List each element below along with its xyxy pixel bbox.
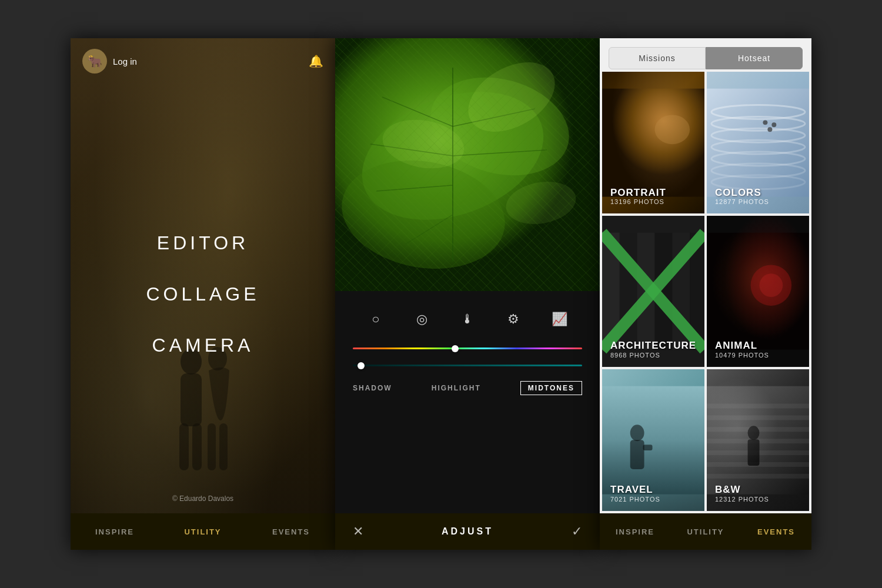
adjust-labels-row: SHADOW HIGHLIGHT MIDTONES <box>353 381 582 395</box>
menu-screen: 🐂 Log in 🔔 EDITOR COLLAGE CAMERA © Eduar… <box>71 38 335 550</box>
animal-label: ANIMAL 10479 PHOTOS <box>715 340 769 359</box>
travel-grid-item[interactable]: TRAVEL 7021 PHOTOS <box>602 369 704 511</box>
portrait-count: 13196 PHOTOS <box>610 198 666 205</box>
svg-rect-43 <box>707 233 809 350</box>
login-text[interactable]: Log in <box>113 56 137 66</box>
circle-tool-icon[interactable]: ○ <box>365 309 386 330</box>
architecture-title: ARCHITECTURE <box>610 340 696 352</box>
architecture-grid-item[interactable]: ARCHITECTURE 8968 PHOTOS <box>602 216 704 366</box>
hotseat-nav-events[interactable]: EVENTS <box>741 527 811 536</box>
editor-screen: ○ ◎ 🌡 ⚙ 📈 SHADOW <box>335 38 600 550</box>
highlight-label[interactable]: HIGHLIGHT <box>432 384 481 392</box>
svg-rect-57 <box>707 473 809 478</box>
svg-point-47 <box>630 425 644 441</box>
svg-line-13 <box>370 144 453 156</box>
confirm-button[interactable]: ✓ <box>572 524 582 539</box>
portrait-label: PORTRAIT 13196 PHOTOS <box>610 188 666 206</box>
svg-rect-5 <box>208 423 216 470</box>
svg-rect-50 <box>707 386 809 494</box>
rainbow-slider-track[interactable] <box>353 348 582 349</box>
svg-rect-46 <box>602 386 704 494</box>
svg-rect-54 <box>707 439 809 443</box>
svg-rect-49 <box>643 445 653 450</box>
camera-menu-item[interactable]: CAMERA <box>152 335 254 356</box>
svg-point-10 <box>335 148 514 281</box>
hotseat-bottom-nav: INSPIRE UTILITY EVENTS <box>600 513 811 550</box>
colors-title: COLORS <box>715 188 769 199</box>
svg-rect-2 <box>179 423 189 470</box>
svg-line-14 <box>376 185 453 191</box>
colors-label: COLORS 12877 PHOTOS <box>715 188 769 206</box>
portrait-title: PORTRAIT <box>610 188 666 199</box>
colors-grid-item[interactable]: COLORS 12877 PHOTOS <box>707 72 809 213</box>
svg-rect-52 <box>707 415 809 420</box>
tool-icons-row: ○ ◎ 🌡 ⚙ 📈 <box>353 309 582 330</box>
colors-count: 12877 PHOTOS <box>715 198 769 205</box>
copyright-text: © Eduardo Davalos <box>71 495 335 503</box>
svg-point-32 <box>771 122 776 127</box>
shadow-label[interactable]: SHADOW <box>353 384 392 392</box>
sliders-container <box>353 348 582 366</box>
leaf-image <box>335 38 600 291</box>
editor-menu-item[interactable]: EDITOR <box>157 232 249 254</box>
svg-line-12 <box>382 97 453 126</box>
hotseat-nav-utility[interactable]: UTILITY <box>670 527 741 536</box>
svg-line-15 <box>453 109 535 126</box>
curve-tool-icon[interactable]: 📈 <box>549 309 570 330</box>
menu-nav-inspire[interactable]: INSPIRE <box>71 527 159 536</box>
temperature-tool-icon[interactable]: 🌡 <box>457 309 478 330</box>
svg-point-44 <box>751 265 792 306</box>
logo-area: 🐂 Log in <box>82 49 137 74</box>
svg-rect-3 <box>192 423 202 470</box>
travel-label: TRAVEL 7021 PHOTOS <box>610 485 660 503</box>
travel-count: 7021 PHOTOS <box>610 496 660 503</box>
architecture-label: ARCHITECTURE 8968 PHOTOS <box>610 340 696 359</box>
menu-bottom-nav: INSPIRE UTILITY EVENTS <box>71 513 335 550</box>
menu-nav-events[interactable]: EVENTS <box>247 527 335 536</box>
teal-slider-track[interactable] <box>353 365 582 366</box>
svg-point-20 <box>503 176 579 229</box>
svg-point-19 <box>379 113 468 174</box>
hotseat-tab[interactable]: Hotseat <box>706 47 803 69</box>
svg-point-22 <box>654 115 690 144</box>
svg-point-9 <box>419 63 580 191</box>
notification-bell-icon[interactable]: 🔔 <box>309 54 323 68</box>
midtones-label[interactable]: MIDTONES <box>520 381 582 395</box>
hotseat-screen: Missions Hotseat PORTRAIT 13196 PHOTOS <box>600 38 811 550</box>
hotseat-nav-inspire[interactable]: INSPIRE <box>600 527 670 536</box>
bw-title: B&W <box>715 485 769 496</box>
missions-tab[interactable]: Missions <box>609 47 706 69</box>
svg-rect-1 <box>181 373 202 426</box>
close-button[interactable]: ✕ <box>353 524 363 539</box>
animal-title: ANIMAL <box>715 340 769 352</box>
svg-rect-55 <box>707 450 809 455</box>
animal-grid-item[interactable]: ANIMAL 10479 PHOTOS <box>707 216 809 366</box>
bull-icon: 🐂 <box>82 49 107 74</box>
architecture-count: 8968 PHOTOS <box>610 352 696 359</box>
animal-count: 10479 PHOTOS <box>715 352 769 359</box>
svg-point-31 <box>763 120 767 125</box>
controls-area: ○ ◎ 🌡 ⚙ 📈 SHADOW <box>335 291 600 513</box>
svg-rect-7 <box>335 38 600 291</box>
bw-label: B&W 12312 PHOTOS <box>715 485 769 503</box>
portrait-grid-item[interactable]: PORTRAIT 13196 PHOTOS <box>602 72 704 213</box>
bw-grid-item[interactable]: B&W 12312 PHOTOS <box>707 369 809 511</box>
menu-header: 🐂 Log in 🔔 <box>71 38 335 84</box>
tab-bar: Missions Hotseat <box>600 38 811 69</box>
svg-rect-48 <box>630 440 644 469</box>
svg-rect-6 <box>219 423 228 470</box>
svg-rect-21 <box>602 89 704 197</box>
menu-nav-utility[interactable]: UTILITY <box>159 527 247 536</box>
svg-point-58 <box>748 426 760 440</box>
svg-rect-56 <box>707 462 809 467</box>
svg-rect-51 <box>707 403 809 408</box>
svg-point-18 <box>456 48 567 146</box>
settings-tool-icon[interactable]: ⚙ <box>503 309 524 330</box>
teal-slider-thumb[interactable] <box>358 362 365 369</box>
bw-count: 12312 PHOTOS <box>715 496 769 503</box>
adjust-title: ADJUST <box>442 526 493 537</box>
collage-menu-item[interactable]: COLLAGE <box>146 283 259 305</box>
category-grid: PORTRAIT 13196 PHOTOS <box>600 69 811 513</box>
rainbow-slider-thumb[interactable] <box>452 345 459 352</box>
brightness-tool-icon[interactable]: ◎ <box>411 309 432 330</box>
